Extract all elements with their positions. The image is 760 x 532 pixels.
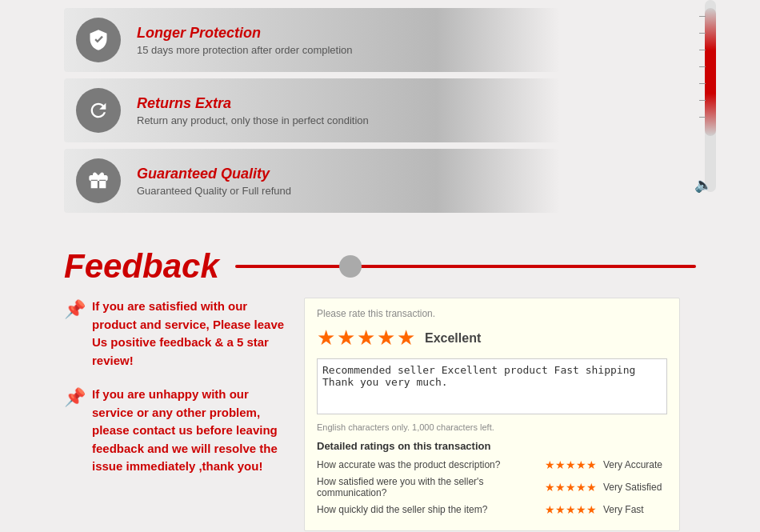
stars-row: ★ ★ ★ ★ ★ Excellent	[317, 326, 667, 350]
rate-label: Please rate this transaction.	[317, 308, 667, 319]
rating-stars-2: ★ ★ ★ ★ ★	[545, 481, 597, 494]
star-5[interactable]: ★	[397, 326, 415, 350]
rating-label-1: Very Accurate	[603, 459, 667, 470]
star-1[interactable]: ★	[317, 326, 335, 350]
protection-section: Longer Protection 15 days more protectio…	[0, 0, 760, 235]
feedback-content: 📌 If you are satisfied with our product …	[64, 298, 696, 531]
speaker-icon: 🔈	[694, 176, 712, 194]
protection-text-returns: Returns Extra Return any product, only t…	[137, 95, 369, 126]
detailed-ratings-title: Detailed ratings on this transaction	[317, 440, 667, 452]
gift-icon	[76, 158, 121, 203]
rating-question-2: How satisfied were you with the seller's…	[317, 476, 538, 498]
feedback-block-positive: 📌 If you are satisfied with our product …	[64, 298, 288, 370]
feedback-negative-text: If you are unhappy with our service or a…	[92, 386, 288, 476]
star-2[interactable]: ★	[337, 326, 355, 350]
rating-label-3: Very Fast	[603, 504, 667, 515]
feedback-header: Feedback	[64, 247, 696, 286]
protection-desc-longer: 15 days more protection after order comp…	[137, 44, 353, 56]
char-count: English characters only. 1,000 character…	[317, 422, 667, 432]
feedback-block-negative: 📌 If you are unhappy with our service or…	[64, 386, 288, 476]
rating-question-3: How quickly did the seller ship the item…	[317, 504, 538, 515]
protection-title-longer: Longer Protection	[137, 25, 353, 42]
feedback-right-panel: Please rate this transaction. ★ ★ ★ ★ ★ …	[304, 298, 680, 531]
protection-text-longer: Longer Protection 15 days more protectio…	[137, 25, 353, 56]
protection-desc-returns: Return any product, only those in perfec…	[137, 114, 369, 126]
protection-desc-quality: Guaranteed Quality or Full refund	[137, 185, 291, 197]
feedback-left: 📌 If you are satisfied with our product …	[64, 298, 288, 531]
feedback-line	[235, 265, 696, 268]
protection-text-quality: Guaranteed Quality Guaranteed Quality or…	[137, 166, 291, 197]
rating-row-2: How satisfied were you with the seller's…	[317, 476, 667, 498]
excellent-label: Excellent	[425, 331, 481, 346]
scrollbar-ticks	[699, 16, 706, 118]
scrollbar-track[interactable]	[705, 0, 716, 192]
shield-icon	[76, 18, 121, 62]
rating-row-3: How quickly did the seller ship the item…	[317, 503, 667, 516]
refresh-icon	[76, 88, 121, 133]
protection-title-returns: Returns Extra	[137, 95, 369, 112]
feedback-title: Feedback	[64, 247, 219, 286]
pin-icon-positive: 📌	[64, 299, 86, 320]
feedback-positive-text: If you are satisfied with our product an…	[92, 298, 288, 370]
rating-stars-3: ★ ★ ★ ★ ★	[545, 503, 597, 516]
protection-title-quality: Guaranteed Quality	[137, 166, 291, 182]
rating-question-1: How accurate was the product description…	[317, 459, 538, 470]
pin-icon-negative: 📌	[64, 387, 86, 408]
rating-stars-1: ★ ★ ★ ★ ★	[545, 458, 597, 471]
rating-row-1: How accurate was the product description…	[317, 458, 667, 471]
feedback-line-container	[235, 265, 696, 268]
star-3[interactable]: ★	[357, 326, 375, 350]
review-textarea[interactable]: Recommended seller Excellent product Fas…	[317, 358, 667, 414]
scrollbar-thumb[interactable]	[705, 8, 716, 136]
rating-label-2: Very Satisfied	[603, 482, 667, 493]
protection-item-returns: Returns Extra Return any product, only t…	[64, 78, 560, 142]
star-4[interactable]: ★	[377, 326, 395, 350]
protection-item-longer: Longer Protection 15 days more protectio…	[64, 8, 560, 72]
feedback-slider-circle[interactable]	[339, 255, 362, 278]
feedback-section: Feedback 📌 If you are satisfied with our…	[0, 235, 760, 532]
protection-item-quality: Guaranteed Quality Guaranteed Quality or…	[64, 149, 560, 213]
